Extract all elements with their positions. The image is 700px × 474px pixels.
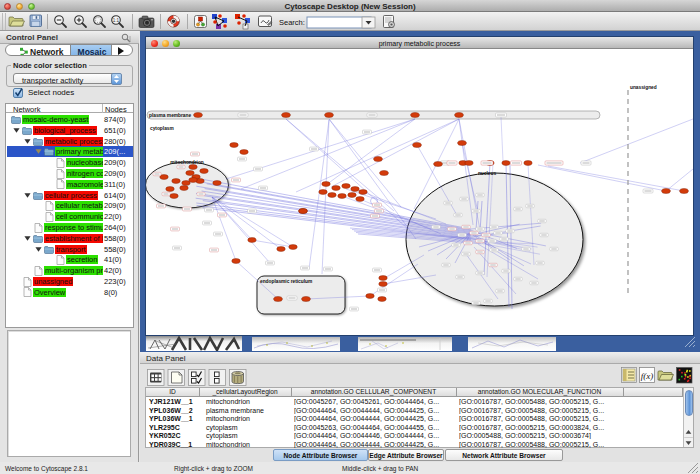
svg-text:mitochondrion: mitochondrion [170, 160, 204, 165]
svg-text:plasma membrane: plasma membrane [149, 113, 191, 118]
svg-text:cytoplasm: cytoplasm [150, 126, 174, 131]
svg-text:unassigned: unassigned [630, 85, 657, 90]
svg-text:1:1: 1:1 [113, 18, 120, 23]
svg-text:nucleus: nucleus [478, 171, 496, 176]
svg-text:endoplasmic reticulum: endoplasmic reticulum [260, 279, 312, 284]
svg-text:Search:: Search: [279, 18, 305, 27]
svg-text:f(x): f(x) [641, 371, 654, 381]
